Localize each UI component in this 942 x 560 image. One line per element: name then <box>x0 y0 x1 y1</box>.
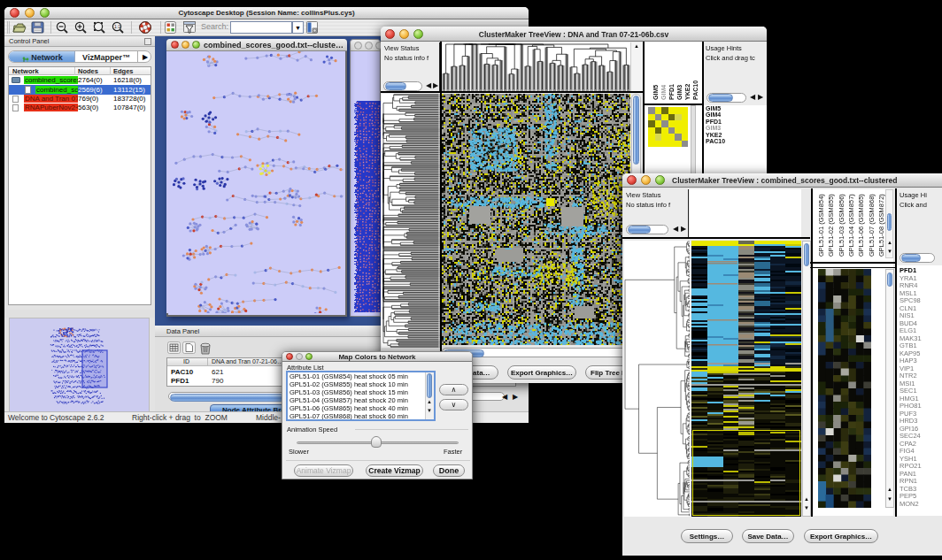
svg-text:1:1: 1:1 <box>114 24 120 29</box>
